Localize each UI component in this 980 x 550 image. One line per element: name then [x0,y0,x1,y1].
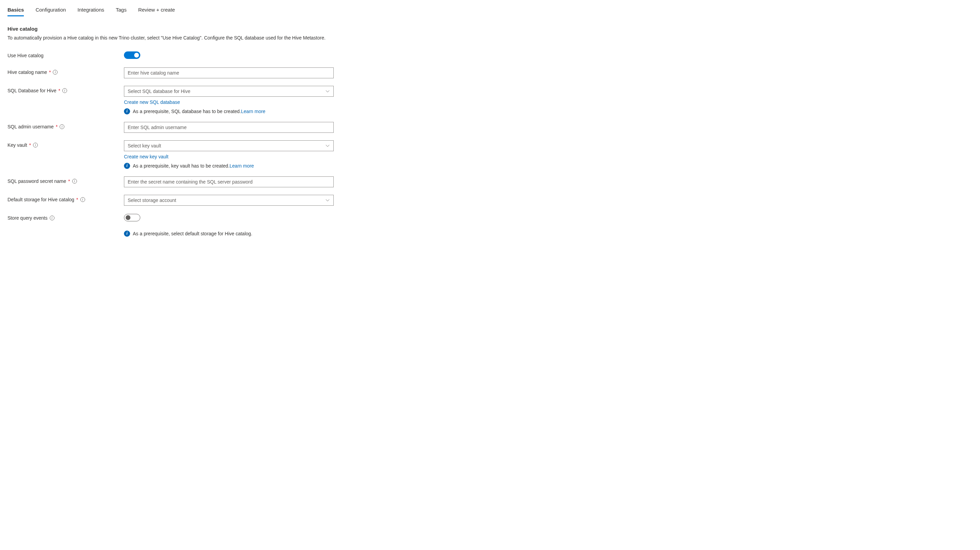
use-hive-catalog-toggle[interactable] [124,51,140,59]
create-sql-database-link[interactable]: Create new SQL database [124,99,180,105]
sql-admin-username-input[interactable] [124,122,334,133]
tab-integrations[interactable]: Integrations [78,7,104,16]
label-key-vault: Key vault [8,142,27,148]
select-placeholder: Select storage account [128,197,176,203]
select-placeholder: Select SQL database for Hive [128,89,190,94]
info-icon[interactable]: i [80,197,85,202]
info-icon[interactable]: i [50,216,54,220]
tab-configuration[interactable]: Configuration [35,7,66,16]
storage-prereq-text: As a prerequisite, select default storag… [133,231,252,236]
info-badge-icon: i [124,230,130,237]
label-default-storage: Default storage for Hive catalog [8,197,74,202]
section-description: To automatically provision a Hive catalo… [8,34,331,42]
select-placeholder: Select key vault [128,143,161,148]
required-indicator: * [49,70,51,75]
tab-review-create[interactable]: Review + create [138,7,175,16]
label-sql-admin-username: SQL admin username [8,124,54,129]
hive-catalog-name-input[interactable] [124,67,334,78]
learn-more-link[interactable]: Learn more [229,163,254,168]
sql-database-select[interactable]: Select SQL database for Hive [124,86,334,97]
required-indicator: * [58,88,60,93]
store-query-events-toggle[interactable] [124,214,140,221]
wizard-tabs: Basics Configuration Integrations Tags R… [8,7,972,16]
info-icon[interactable]: i [60,124,64,129]
info-icon[interactable]: i [33,143,38,148]
label-use-hive-catalog: Use Hive catalog [8,53,44,58]
label-hive-catalog-name: Hive catalog name [8,70,47,75]
tab-basics[interactable]: Basics [8,7,24,16]
sql-password-secret-input[interactable] [124,176,334,187]
required-indicator: * [29,142,31,148]
default-storage-select[interactable]: Select storage account [124,195,334,206]
key-vault-prereq-text: As a prerequisite, key vault has to be c… [133,163,229,168]
info-badge-icon: i [124,108,130,114]
create-key-vault-link[interactable]: Create new key vault [124,154,169,159]
key-vault-select[interactable]: Select key vault [124,140,334,151]
required-indicator: * [68,178,70,184]
label-sql-password-secret: SQL password secret name [8,178,66,184]
info-badge-icon: i [124,163,130,169]
required-indicator: * [76,197,78,202]
section-title: Hive catalog [8,26,972,32]
required-indicator: * [56,124,57,129]
info-icon[interactable]: i [62,88,67,93]
sql-prereq-text: As a prerequisite, SQL database has to b… [133,109,241,114]
learn-more-link[interactable]: Learn more [241,109,266,114]
info-icon[interactable]: i [72,179,77,184]
label-store-query-events: Store query events [8,215,48,221]
tab-tags[interactable]: Tags [116,7,127,16]
info-icon[interactable]: i [53,70,57,75]
label-sql-database: SQL Database for Hive [8,88,56,93]
